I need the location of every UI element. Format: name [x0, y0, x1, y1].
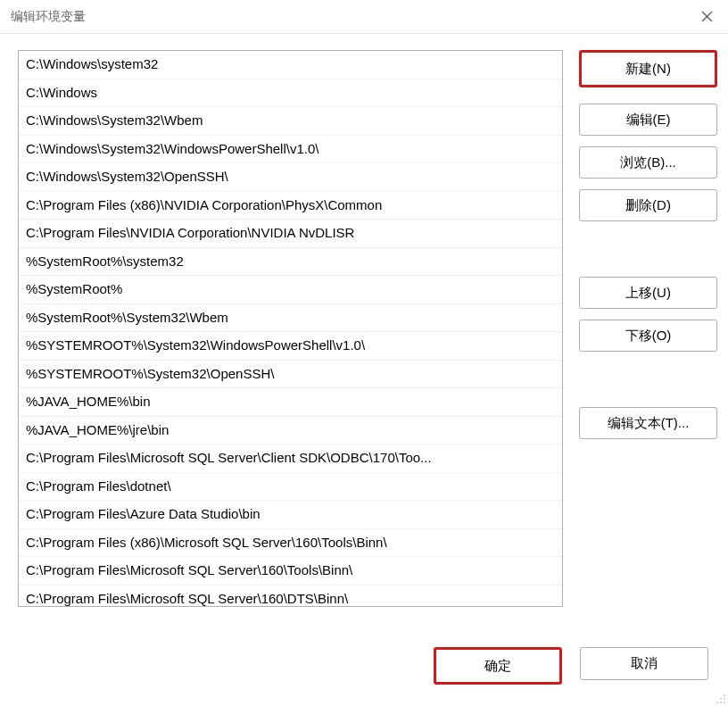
list-item[interactable]: %SystemRoot%\System32\Wbem	[19, 304, 562, 333]
resize-grip[interactable]	[714, 692, 726, 704]
list-item[interactable]: %JAVA_HOME%\jre\bin	[19, 417, 562, 445]
delete-button[interactable]: 删除(D)	[579, 189, 717, 221]
list-item[interactable]: C:\Program Files (x86)\NVIDIA Corporatio…	[19, 192, 562, 220]
close-button[interactable]	[685, 0, 728, 34]
svg-point-4	[724, 698, 725, 700]
list-item[interactable]: C:\Program Files\dotnet\	[19, 473, 562, 502]
list-item[interactable]: C:\Program Files\Microsoft SQL Server\Cl…	[19, 444, 562, 473]
path-list-container: C:\Windows\system32 C:\Windows C:\Window…	[18, 50, 563, 607]
spacer	[579, 232, 717, 266]
list-item[interactable]: C:\Program Files\Microsoft SQL Server\16…	[19, 557, 562, 586]
list-item[interactable]: C:\Program Files\Microsoft SQL Server\16…	[19, 586, 562, 607]
svg-point-7	[724, 702, 725, 703]
svg-point-6	[720, 702, 722, 703]
list-item[interactable]: C:\Program Files (x86)\Microsoft SQL Ser…	[19, 529, 562, 558]
list-item[interactable]: C:\Windows\System32\OpenSSH\	[19, 163, 562, 192]
list-item[interactable]: C:\Program Files\Azure Data Studio\bin	[19, 501, 562, 529]
list-item[interactable]: %SystemRoot%	[19, 276, 562, 304]
svg-point-3	[720, 698, 722, 700]
list-item[interactable]: %JAVA_HOME%\bin	[19, 388, 562, 417]
close-icon	[701, 11, 713, 22]
path-list[interactable]: C:\Windows\system32 C:\Windows C:\Window…	[19, 51, 562, 606]
move-down-button[interactable]: 下移(O)	[579, 320, 717, 352]
list-item[interactable]: C:\Windows	[19, 79, 562, 108]
titlebar: 编辑环境变量	[0, 0, 728, 34]
list-item[interactable]: %SYSTEMROOT%\System32\OpenSSH\	[19, 361, 562, 389]
svg-point-2	[724, 694, 725, 696]
spacer	[579, 362, 717, 396]
browse-button[interactable]: 浏览(B)...	[579, 146, 717, 179]
list-item[interactable]: %SystemRoot%\system32	[19, 248, 562, 277]
dialog-footer: 确定 取消	[434, 647, 708, 690]
ok-button[interactable]: 确定	[434, 647, 562, 685]
move-up-button[interactable]: 上移(U)	[579, 277, 717, 309]
window-title: 编辑环境变量	[11, 9, 86, 25]
list-item[interactable]: %SYSTEMROOT%\System32\WindowsPowerShell\…	[19, 332, 562, 361]
list-item[interactable]: C:\Windows\System32\Wbem	[19, 107, 562, 136]
new-button[interactable]: 新建(N)	[579, 50, 717, 87]
list-item[interactable]: C:\Windows\System32\WindowsPowerShell\v1…	[19, 136, 562, 164]
list-item[interactable]: C:\Windows\system32	[19, 51, 562, 79]
edit-text-button[interactable]: 编辑文本(T)...	[579, 407, 717, 439]
list-item[interactable]: C:\Program Files\NVIDIA Corporation\NVID…	[19, 220, 562, 248]
side-button-column: 新建(N) 编辑(E) 浏览(B)... 删除(D) 上移(U) 下移(O) 编…	[579, 50, 717, 607]
dialog-content: C:\Windows\system32 C:\Windows C:\Window…	[0, 34, 728, 607]
svg-point-5	[716, 702, 718, 703]
cancel-button[interactable]: 取消	[580, 647, 708, 680]
edit-button[interactable]: 编辑(E)	[579, 104, 717, 136]
